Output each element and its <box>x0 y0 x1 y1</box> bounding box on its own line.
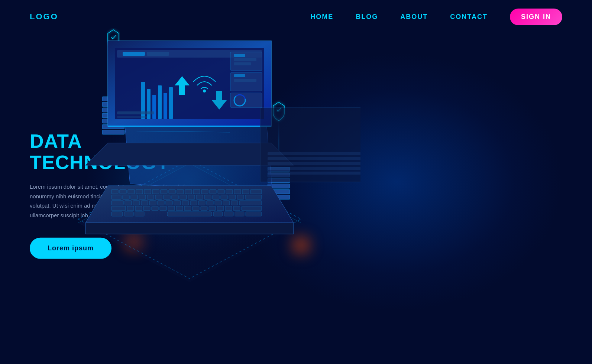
svg-rect-23 <box>144 189 151 194</box>
svg-rect-79 <box>193 206 199 211</box>
svg-rect-56 <box>133 201 140 205</box>
svg-rect-120 <box>268 157 360 160</box>
svg-rect-63 <box>190 201 197 205</box>
svg-rect-60 <box>166 201 172 205</box>
svg-rect-101 <box>164 93 167 119</box>
nav-about[interactable]: ABOUT <box>400 13 428 21</box>
hero-section: LOGO HOME BLOG ABOUT CONTACT SIGN IN DAT… <box>0 0 592 364</box>
svg-rect-65 <box>207 201 213 205</box>
svg-rect-35 <box>242 189 249 194</box>
svg-rect-37 <box>111 195 121 199</box>
svg-rect-84 <box>233 206 240 211</box>
svg-rect-29 <box>193 189 200 194</box>
svg-rect-95 <box>123 52 145 56</box>
svg-rect-75 <box>160 206 166 211</box>
svg-rect-42 <box>155 195 162 199</box>
svg-rect-38 <box>123 195 129 199</box>
svg-rect-39 <box>131 195 138 199</box>
svg-rect-96 <box>147 52 169 56</box>
navbar: LOGO HOME BLOG ABOUT CONTACT SIGN IN <box>0 0 592 33</box>
svg-rect-48 <box>204 195 211 199</box>
svg-rect-61 <box>174 201 181 205</box>
svg-rect-122 <box>268 167 360 170</box>
svg-rect-85 <box>242 206 262 211</box>
svg-rect-92 <box>235 212 244 216</box>
svg-rect-91 <box>224 212 233 216</box>
svg-point-103 <box>203 90 206 92</box>
svg-rect-27 <box>177 189 184 194</box>
svg-rect-81 <box>209 206 216 211</box>
nav-home[interactable]: HOME <box>310 13 333 21</box>
svg-rect-26 <box>169 189 175 194</box>
svg-rect-82 <box>217 206 224 211</box>
svg-rect-72 <box>135 206 142 211</box>
svg-rect-47 <box>196 195 203 199</box>
svg-rect-19 <box>111 189 118 194</box>
svg-rect-20 <box>120 189 126 194</box>
svg-rect-86 <box>167 212 212 216</box>
svg-rect-22 <box>136 189 143 194</box>
svg-rect-32 <box>218 189 224 194</box>
svg-rect-36 <box>250 189 262 194</box>
svg-rect-7 <box>102 130 124 134</box>
svg-rect-46 <box>188 195 195 199</box>
svg-rect-24 <box>152 189 159 194</box>
svg-rect-89 <box>135 212 144 216</box>
svg-rect-90 <box>213 212 223 216</box>
svg-rect-49 <box>213 195 219 199</box>
svg-rect-70 <box>111 206 126 211</box>
svg-rect-54 <box>111 201 123 205</box>
svg-rect-123 <box>268 172 360 175</box>
svg-rect-107 <box>234 54 245 57</box>
svg-rect-99 <box>152 95 156 119</box>
logo[interactable]: LOGO <box>30 12 58 22</box>
svg-rect-74 <box>152 206 158 211</box>
svg-rect-88 <box>124 212 133 216</box>
svg-rect-109 <box>234 62 251 65</box>
svg-rect-21 <box>128 189 135 194</box>
svg-rect-25 <box>161 189 167 194</box>
svg-rect-44 <box>172 195 178 199</box>
svg-rect-34 <box>234 189 241 194</box>
svg-rect-67 <box>223 201 230 205</box>
svg-rect-43 <box>164 195 170 199</box>
nav-contact[interactable]: CONTACT <box>450 13 488 21</box>
svg-rect-78 <box>184 206 191 211</box>
svg-rect-52 <box>237 195 244 199</box>
svg-rect-111 <box>234 74 245 77</box>
svg-rect-58 <box>149 201 156 205</box>
svg-rect-87 <box>111 212 123 216</box>
hero-illustration <box>19 22 360 342</box>
svg-rect-53 <box>245 195 262 199</box>
svg-rect-80 <box>201 206 207 211</box>
svg-rect-112 <box>234 79 256 82</box>
svg-rect-45 <box>180 195 187 199</box>
svg-rect-108 <box>234 58 256 61</box>
svg-rect-113 <box>230 93 262 108</box>
svg-rect-51 <box>229 195 236 199</box>
nav-blog[interactable]: BLOG <box>356 13 378 21</box>
svg-rect-66 <box>215 201 221 205</box>
signin-button[interactable]: SIGN IN <box>510 9 562 25</box>
svg-rect-55 <box>125 201 132 205</box>
svg-rect-100 <box>158 85 162 119</box>
svg-rect-33 <box>226 189 233 194</box>
nav-links: HOME BLOG ABOUT CONTACT SIGN IN <box>310 9 562 25</box>
svg-rect-50 <box>221 195 227 199</box>
svg-rect-68 <box>231 201 238 205</box>
svg-rect-117 <box>117 116 147 118</box>
svg-rect-121 <box>268 162 360 165</box>
svg-rect-71 <box>127 206 134 211</box>
svg-rect-41 <box>147 195 154 199</box>
svg-rect-116 <box>117 111 154 114</box>
svg-rect-28 <box>185 189 192 194</box>
svg-rect-119 <box>268 152 360 155</box>
svg-rect-93 <box>246 212 262 216</box>
svg-rect-118 <box>108 126 271 127</box>
svg-rect-59 <box>158 201 164 205</box>
svg-rect-102 <box>169 87 173 119</box>
svg-rect-64 <box>198 201 205 205</box>
svg-rect-69 <box>239 201 262 205</box>
svg-rect-76 <box>168 206 175 211</box>
svg-rect-62 <box>182 201 189 205</box>
